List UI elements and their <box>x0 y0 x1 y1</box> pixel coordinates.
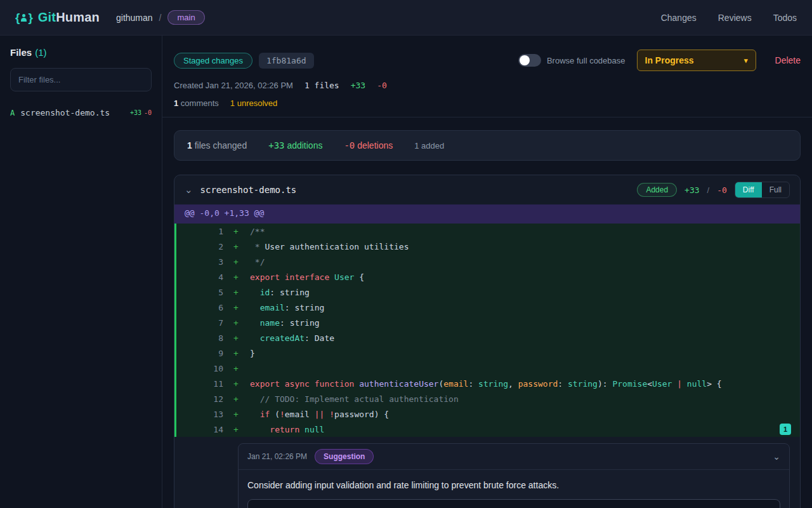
code-text: if (!email || !password) { <box>250 410 389 419</box>
commit-hash-badge[interactable]: 1fb81a6d <box>259 53 314 69</box>
file-deletions: -0 <box>144 109 152 116</box>
collapse-comment-chevron-icon[interactable]: ⌄ <box>773 451 780 462</box>
comment-timestamp: Jan 21, 02:26 PM <box>247 452 307 461</box>
nav-link-todos[interactable]: Todos <box>773 13 797 23</box>
diff-sign: + <box>233 349 250 358</box>
app-logo[interactable]: {} GitHuman <box>15 10 100 25</box>
diff-sign: + <box>233 242 250 251</box>
app-layout: Files(1) Ascreenshot-demo.ts+33-0 Staged… <box>0 36 812 508</box>
stat-separator: / <box>707 185 710 195</box>
diff-filename: screenshot-demo.ts <box>200 185 297 195</box>
code-line[interactable]: 2+ * User authentication utilities <box>174 239 800 254</box>
code-line[interactable]: 3+ */ <box>174 254 800 269</box>
line-number: 6 <box>176 303 233 312</box>
summary-files-changed: 1 files changed <box>187 140 247 150</box>
top-navbar: {} GitHuman githuman / main ChangesRevie… <box>0 0 812 36</box>
code-text: createdAt: Date <box>250 333 334 343</box>
delete-button[interactable]: Delete <box>775 55 801 65</box>
line-number: 3 <box>176 257 233 267</box>
code-line[interactable]: 6+ email: string <box>174 300 800 315</box>
code-line[interactable]: 5+ id: string <box>174 284 800 300</box>
breadcrumb-separator: / <box>159 13 162 23</box>
diff-sign: + <box>233 272 250 282</box>
code-line[interactable]: 1+/** <box>174 224 800 239</box>
deletions-stat: -0 <box>377 81 387 90</box>
repo-name[interactable]: githuman <box>116 13 153 23</box>
diff-sign: + <box>233 425 250 434</box>
comment-body: Consider adding input validation and rat… <box>239 470 789 499</box>
code-line[interactable]: 8+ createdAt: Date <box>174 330 800 345</box>
file-list-item[interactable]: Ascreenshot-demo.ts+33-0 <box>10 108 152 117</box>
code-text: * User authentication utilities <box>250 242 409 251</box>
code-line[interactable]: 13+ if (!email || !password) { <box>174 406 800 422</box>
diff-sign: + <box>233 227 250 236</box>
summary-added-count: 1 added <box>414 141 444 150</box>
code-text: name: string <box>250 318 320 328</box>
nav-link-reviews[interactable]: Reviews <box>718 13 752 23</box>
code-line[interactable]: 14+ return null1 <box>174 422 800 437</box>
file-status-letter: A <box>10 109 15 117</box>
code-text: export async function authenticateUser(e… <box>250 379 722 389</box>
browse-codebase-label: Browse full codebase <box>547 56 625 65</box>
files-count-stat: 1 files <box>304 81 339 90</box>
diff-summary-bar: 1 files changed +33 additions -0 deletio… <box>174 130 801 161</box>
line-number: 1 <box>176 227 233 236</box>
review-header: Staged changes 1fb81a6d Browse full code… <box>162 36 812 117</box>
diff-sign: + <box>233 364 250 373</box>
diff-sign: + <box>233 288 250 297</box>
comment-count-badge[interactable]: 1 <box>780 424 791 435</box>
view-toggle-diff[interactable]: Diff <box>735 182 762 197</box>
summary-additions: +33 additions <box>268 140 322 150</box>
chevron-down-icon: ▾ <box>744 57 748 65</box>
githuman-logo-icon: {} <box>15 11 33 25</box>
nav-link-changes[interactable]: Changes <box>661 13 697 23</box>
view-toggle-full[interactable]: Full <box>762 182 789 197</box>
comments-summary: 1 comments 1 unresolved <box>174 98 801 108</box>
browse-codebase-toggle[interactable] <box>518 54 541 67</box>
code-text: */ <box>250 257 265 267</box>
code-line[interactable]: 7+ name: string <box>174 315 800 330</box>
code-line[interactable]: 11+export async function authenticateUse… <box>174 376 800 391</box>
code-line[interactable]: 10+ <box>174 361 800 376</box>
view-mode-toggle: Diff Full <box>735 182 790 198</box>
code-text: /** <box>250 227 265 236</box>
filter-files-input[interactable] <box>10 68 152 91</box>
code-text: export interface User { <box>250 272 364 282</box>
code-line[interactable]: 12+ // TODO: Implement actual authentica… <box>174 391 800 406</box>
navbar-left: {} GitHuman githuman / main <box>15 10 205 25</box>
file-list: Ascreenshot-demo.ts+33-0 <box>10 108 152 117</box>
diff-sign: + <box>233 257 250 267</box>
line-number: 5 <box>176 288 233 297</box>
line-number: 14 <box>176 425 233 434</box>
file-deletions-stat: -0 <box>717 185 727 195</box>
file-diff-header-right: Added +33 / -0 Diff Full <box>637 182 790 198</box>
toggle-knob <box>520 55 530 65</box>
diff-sign: + <box>233 303 250 312</box>
review-body: 1 files changed +33 additions -0 deletio… <box>162 117 812 508</box>
file-diff-card: ⌄ screenshot-demo.ts Added +33 / -0 Diff… <box>174 175 801 508</box>
branch-badge[interactable]: main <box>167 10 204 25</box>
line-number: 13 <box>176 410 233 419</box>
collapse-file-chevron-icon[interactable]: ⌄ <box>185 184 193 196</box>
nav-links: ChangesReviewsTodos <box>661 13 797 23</box>
code-line[interactable]: 9+} <box>174 345 800 361</box>
additions-stat: +33 <box>351 81 365 90</box>
file-diff-header: ⌄ screenshot-demo.ts Added +33 / -0 Diff… <box>174 175 800 204</box>
code-text: id: string <box>250 288 310 297</box>
line-number: 2 <box>176 242 233 251</box>
diff-sign: + <box>233 410 250 419</box>
hunk-header: @@ -0,0 +1,33 @@ <box>174 204 800 224</box>
line-number: 11 <box>176 379 233 389</box>
main-content: Staged changes 1fb81a6d Browse full code… <box>162 36 812 508</box>
summary-deletions: -0 deletions <box>344 140 393 150</box>
unresolved-stat: 1 unresolved <box>230 98 277 108</box>
status-dropdown[interactable]: In Progress ▾ <box>637 50 756 71</box>
code-line[interactable]: 4+export interface User { <box>174 269 800 284</box>
diff-sign: + <box>233 379 250 389</box>
staged-changes-badge: Staged changes <box>174 53 252 69</box>
files-count: (1) <box>35 47 46 58</box>
code-text: return null <box>250 425 324 434</box>
review-header-actions: Staged changes 1fb81a6d Browse full code… <box>174 50 801 71</box>
status-dropdown-value: In Progress <box>645 55 694 65</box>
diff-sign: + <box>233 333 250 343</box>
